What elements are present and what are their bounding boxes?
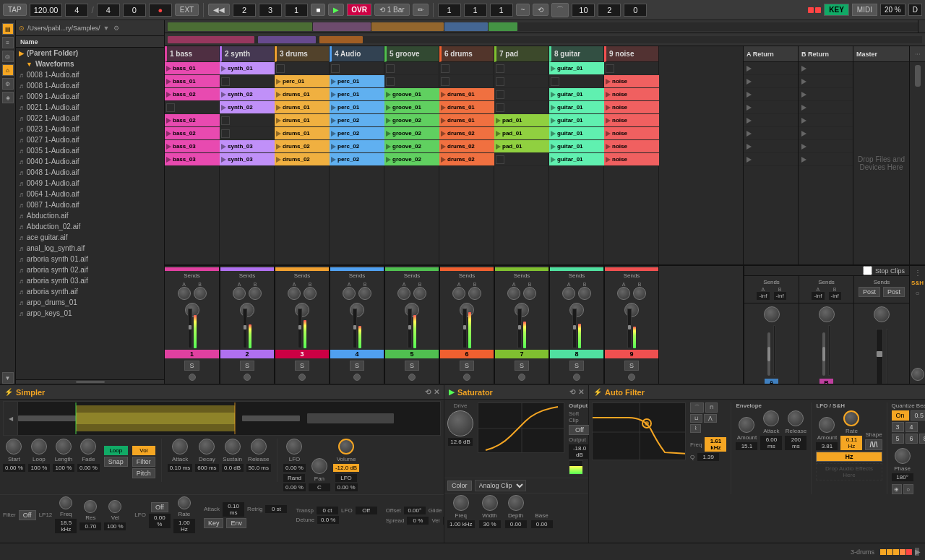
sat-width-value[interactable]: 30 % xyxy=(479,520,501,528)
send-b-knob-2[interactable] xyxy=(249,287,262,300)
filter-freq-value[interactable]: 18.5 kHz xyxy=(55,519,77,533)
channel-num-2[interactable]: 2 xyxy=(220,350,274,358)
arrangement-scroll[interactable] xyxy=(918,20,922,33)
env-release-value[interactable]: 200 ms xyxy=(785,436,806,450)
return-a-slots-row-4[interactable] xyxy=(744,101,798,114)
fader-track-5[interactable] xyxy=(408,309,412,348)
clip-slot-7-8[interactable] xyxy=(494,153,549,166)
clip-slot-6-4[interactable]: drums_01 xyxy=(439,101,494,114)
return-b-pan-knob[interactable] xyxy=(819,306,835,322)
clip-slot-7-5[interactable]: pad_01 xyxy=(494,114,549,127)
clip-slot-6-6[interactable]: drums_02 xyxy=(439,127,494,140)
soft-clip-btn[interactable]: Off xyxy=(569,425,590,435)
filter-type-3[interactable]: ⊔ xyxy=(690,414,702,423)
browser-file-item[interactable]: ♬0064 1-Audio.aif xyxy=(16,189,164,199)
pan-knob-1[interactable] xyxy=(185,303,199,317)
rewind-button[interactable]: ◀◀ xyxy=(208,4,230,16)
decay-value[interactable]: 600 ms xyxy=(195,464,218,472)
env-btn[interactable]: Env xyxy=(226,518,246,528)
volume-lfo-value[interactable]: 0.00 % xyxy=(335,483,358,491)
phase-value[interactable]: 180° xyxy=(892,473,913,481)
return-b-slots-row-2[interactable] xyxy=(799,75,853,88)
lfo-rate-value[interactable]: 0.00 % xyxy=(283,464,306,472)
clip-slot-3-5[interactable]: drums_01 xyxy=(275,114,330,127)
clip-slot-9-5[interactable]: noise xyxy=(604,114,659,127)
return-a-slots-row-6[interactable] xyxy=(744,127,798,140)
lfo-rate-knob[interactable] xyxy=(286,439,302,455)
clip-slot-9-8[interactable]: noise xyxy=(604,153,659,166)
clip-slot-8-3[interactable]: guitar_01 xyxy=(549,88,604,101)
clip-slot-4-8[interactable]: perc_02 xyxy=(330,153,384,166)
send-a-knob-4[interactable] xyxy=(343,287,356,300)
clip-slot-5-8[interactable]: groove_02 xyxy=(384,153,439,166)
clip-slot-1-6[interactable]: bass_02 xyxy=(165,127,220,140)
clip-slot-7-2[interactable] xyxy=(494,75,549,88)
activator-2[interactable] xyxy=(244,374,251,381)
midi-button[interactable]: MIDI xyxy=(852,4,877,16)
return-b-slots-row-5[interactable] xyxy=(799,114,853,127)
browser-list[interactable]: ▶(Parent Folder)▼Waveforms♬0008 1-Audio.… xyxy=(16,48,164,379)
filter-type-1[interactable]: ⌒ xyxy=(690,402,704,413)
simpler-power-icon[interactable]: ⚡ xyxy=(4,388,13,396)
channel-num-1[interactable]: 1 xyxy=(165,350,219,358)
clip-empty-1-4[interactable] xyxy=(166,103,175,112)
clip-slot-9-7[interactable]: noise xyxy=(604,140,659,153)
return-a-slots-row-8[interactable] xyxy=(744,153,798,166)
lfo-rate-filter-knob[interactable] xyxy=(178,496,191,509)
length-knob[interactable] xyxy=(56,439,72,455)
clip-slot-7-6[interactable]: pad_01 xyxy=(494,127,549,140)
track-header-6[interactable]: 6 drums xyxy=(439,46,494,62)
time-sig-den[interactable]: 4 xyxy=(97,4,120,17)
pan-knob-2[interactable] xyxy=(240,303,254,317)
browser-file-item[interactable]: ♬0022 1-Audio.aif xyxy=(16,113,164,124)
play-pos2[interactable]: 1 xyxy=(464,4,487,17)
browser-file-item[interactable]: ♬anal_log_synth.aif xyxy=(16,243,164,254)
sat-depth-knob[interactable] xyxy=(508,495,524,511)
track-header-9[interactable]: 9 noise xyxy=(604,46,658,62)
clip-empty-5-1[interactable] xyxy=(386,64,395,73)
clip-slot-3-6[interactable]: drums_01 xyxy=(275,127,330,140)
return-a-pan-knob[interactable] xyxy=(764,306,780,322)
send-a-knob-2[interactable] xyxy=(233,287,246,300)
fader-track-8[interactable] xyxy=(572,309,577,348)
channel-num-6[interactable]: 6 xyxy=(440,350,494,358)
loop-num3[interactable]: 0 xyxy=(624,4,647,17)
clip-slot-4-6[interactable]: perc_02 xyxy=(330,127,384,140)
clip-slot-5-6[interactable]: groove_02 xyxy=(384,127,439,140)
send-a-knob-7[interactable] xyxy=(507,287,520,300)
qbeat-4[interactable]: 4 xyxy=(905,422,918,432)
play-button[interactable]: ▶ xyxy=(328,4,344,16)
qbeat-3[interactable]: 3 xyxy=(892,422,904,432)
clip-slot-8-1[interactable]: guitar_01 xyxy=(549,62,604,75)
master-fader-track[interactable] xyxy=(876,329,883,384)
hz-toggle[interactable]: Hz xyxy=(816,452,882,462)
clip-slot-4-2[interactable]: perc_01 xyxy=(330,75,384,88)
clip-slot-2-5[interactable] xyxy=(220,114,275,127)
browser-file-item[interactable]: ♬0087 1-Audio.aif xyxy=(16,199,164,210)
waveform-zoom-icon[interactable]: ◀ xyxy=(4,402,18,435)
browser-file-item[interactable]: ♬0040 1-Audio.aif xyxy=(16,156,164,167)
length-value[interactable]: 100 % xyxy=(53,464,74,472)
key-btn[interactable]: Key xyxy=(204,518,224,528)
lfo-shape-btn[interactable]: /\/\ xyxy=(865,439,882,450)
send-b-knob-9[interactable] xyxy=(633,287,646,300)
clip-slot-2-1[interactable]: synth_01 xyxy=(220,62,275,75)
clip-empty-7-8[interactable] xyxy=(496,155,504,164)
zoom-display[interactable]: 20 % xyxy=(880,4,905,16)
solo-btn-6[interactable]: S xyxy=(460,361,474,371)
saturator-play-icon[interactable]: ▶ xyxy=(449,388,455,396)
track-header-7[interactable]: 7 pad xyxy=(494,46,548,62)
send-b-knob-4[interactable] xyxy=(358,287,371,300)
sat-freq-value[interactable]: 1.00 kHz xyxy=(447,520,475,528)
clip-empty-2-5[interactable] xyxy=(221,116,230,125)
solo-btn-4[interactable]: S xyxy=(350,361,364,371)
solo-btn-3[interactable]: S xyxy=(295,361,309,371)
phase-knob[interactable] xyxy=(895,448,911,464)
key-button[interactable]: KEY xyxy=(824,4,849,16)
clip-slot-8-6[interactable]: guitar_01 xyxy=(549,127,604,140)
return-b-slots-row-3[interactable] xyxy=(799,88,853,101)
pitch-toggle[interactable]: Pitch xyxy=(132,468,155,478)
d-button[interactable]: D xyxy=(908,4,922,16)
master-pan-knob[interactable] xyxy=(874,306,890,322)
pan-knob-4[interactable] xyxy=(350,303,364,317)
